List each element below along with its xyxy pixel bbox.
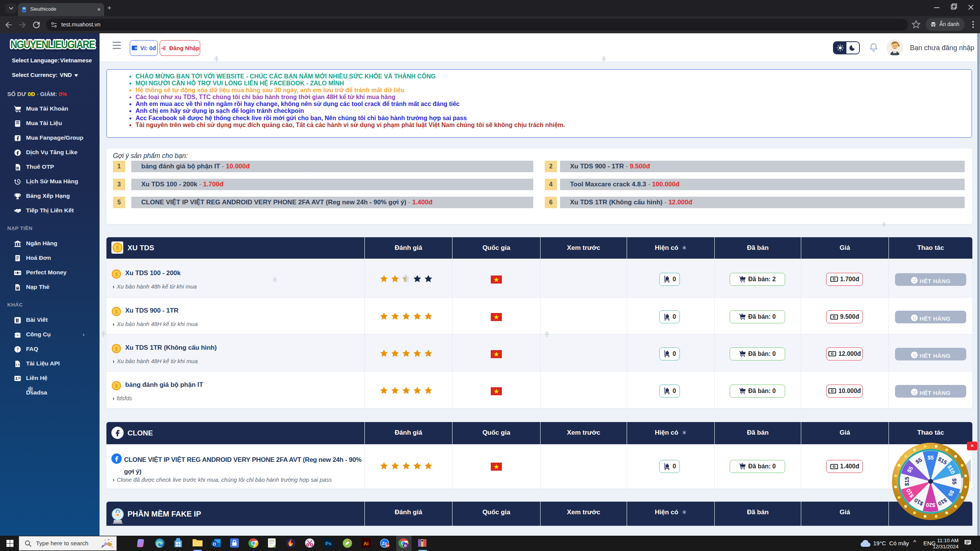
svg-text:$: $	[115, 271, 118, 277]
svg-text:Ps: Ps	[325, 541, 332, 546]
svg-text:5+: 5+	[386, 544, 390, 548]
svg-text:$20: $20	[926, 502, 935, 508]
svg-text:Đ: Đ	[404, 544, 407, 548]
svg-text:O: O	[213, 542, 216, 546]
svg-text:$: $	[116, 245, 119, 251]
svg-text:$5: $5	[928, 455, 934, 461]
svg-text:$5: $5	[951, 478, 957, 484]
svg-text:$: $	[115, 309, 118, 315]
svg-text:Ai: Ai	[364, 541, 369, 546]
svg-text:$: $	[115, 346, 118, 351]
svg-text:$: $	[115, 383, 118, 388]
svg-text:$15: $15	[904, 477, 910, 486]
